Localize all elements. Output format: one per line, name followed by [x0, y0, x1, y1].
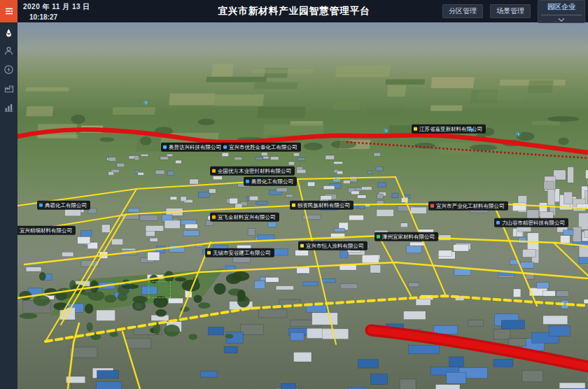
- vehicle-marker-icon[interactable]: ✈: [143, 99, 150, 107]
- company-label-text: 奥普达兴科技有限公司: [169, 144, 221, 150]
- zone-management-button[interactable]: 分区管理: [442, 4, 483, 18]
- vehicle-marker-icon[interactable]: ✈: [333, 176, 340, 184]
- map-company-label[interactable]: 宜兴市优胜金泰化工有限公司: [221, 143, 301, 152]
- park-enterprises-dropdown[interactable]: 园区企业: [538, 0, 585, 23]
- vehicle-marker-icon[interactable]: ✈: [383, 127, 390, 135]
- company-marker-icon: [496, 221, 500, 225]
- power-icon: [4, 65, 13, 74]
- company-label-text: 独资民族材料有限公司: [298, 202, 350, 208]
- map-company-label[interactable]: 奥普达兴科技有限公司: [161, 143, 225, 152]
- vehicle-marker-icon[interactable]: ✈: [515, 130, 522, 139]
- divider: [541, 15, 582, 15]
- selection-box: [148, 281, 171, 298]
- map-company-label[interactable]: 宜兴市恒人涂料有限公司: [298, 241, 368, 250]
- map-company-label[interactable]: 奥普化工有限公司: [244, 177, 297, 186]
- map-company-label[interactable]: 潭州宜家材料有限公司: [374, 232, 438, 241]
- company-label-text: 全国优方木业密封材料有限公司: [218, 168, 291, 174]
- map-company-label[interactable]: 力山谷市精密科技有限公司: [494, 218, 568, 227]
- map-company-label[interactable]: 宜兴市产业化工材料有限公司: [428, 201, 508, 211]
- chevron-down-icon: [558, 18, 565, 22]
- company-label-text: 奥普化工有限公司: [251, 178, 293, 184]
- sidebar-item-menu[interactable]: [0, 0, 18, 22]
- company-marker-icon: [223, 146, 227, 149]
- company-label-text: 无锡市安谷建工有限公司: [213, 250, 271, 255]
- app-window: 2020 年 11 月 13 日 10:18:27 宜兴市新材料产业园智慧管理平…: [0, 0, 588, 389]
- header-bar: 2020 年 11 月 13 日 10:18:27 宜兴市新材料产业园智慧管理平…: [0, 0, 588, 22]
- company-marker-icon: [212, 215, 216, 219]
- factory-icon: [4, 84, 14, 93]
- company-label-text: 典霸化工有限公司: [45, 202, 87, 208]
- map-company-label[interactable]: 宜飞金材料宜兴有限公司: [210, 213, 279, 222]
- company-label-text: 宜飞金材料宜兴有限公司: [218, 214, 276, 220]
- company-label-text: 宜兴市产业化工材料有限公司: [436, 203, 505, 208]
- sidebar-item-bar-chart[interactable]: [0, 98, 18, 117]
- user-icon: [4, 46, 13, 55]
- company-marker-icon: [377, 235, 380, 239]
- sidebar-item-flame[interactable]: [0, 22, 18, 41]
- company-marker-icon: [414, 127, 417, 131]
- company-marker-icon: [207, 251, 211, 255]
- sidebar: [0, 0, 18, 389]
- sidebar-item-power[interactable]: [0, 60, 18, 79]
- company-label-text: 宜兴市恒人涂料有限公司: [306, 243, 364, 248]
- sidebar-item-factory[interactable]: [0, 79, 18, 98]
- company-marker-icon: [292, 204, 295, 207]
- company-marker-icon: [212, 169, 216, 173]
- company-marker-icon: [300, 244, 304, 248]
- map-overlay: 奥普达兴科技有限公司宜兴市优胜金泰化工有限公司江苏省嘉亚新材料有限公司全国优方木…: [18, 22, 588, 389]
- map-company-label[interactable]: 典霸化工有限公司: [37, 201, 90, 210]
- map-3d-view[interactable]: 奥普达兴科技有限公司宜兴市优胜金泰化工有限公司江苏省嘉亚新材料有限公司全国优方木…: [18, 22, 588, 389]
- company-label-text: 宜兴精细材料有限公司: [20, 227, 72, 233]
- map-company-label[interactable]: 独资民族材料有限公司: [290, 201, 354, 210]
- map-company-label[interactable]: 宜兴精细材料有限公司: [18, 226, 76, 235]
- company-label-text: 力山谷市精密科技有限公司: [502, 220, 565, 225]
- flame-icon: [4, 27, 13, 37]
- company-marker-icon: [163, 146, 167, 149]
- map-company-label[interactable]: 无锡市安谷建工有限公司: [205, 248, 274, 257]
- bar-chart-icon: [4, 103, 13, 112]
- company-label-text: 宜兴市优胜金泰化工有限公司: [229, 144, 298, 150]
- company-marker-icon: [39, 204, 43, 207]
- company-marker-icon: [246, 180, 249, 183]
- dropdown-label: 园区企业: [547, 2, 575, 12]
- company-label-text: 潭州宜家材料有限公司: [382, 234, 435, 239]
- menu-icon: [4, 6, 14, 16]
- header-actions: 分区管理 场景管理 园区企业: [442, 0, 585, 22]
- sidebar-item-user[interactable]: [0, 41, 18, 60]
- company-marker-icon: [430, 204, 434, 208]
- scene-management-button[interactable]: 场景管理: [490, 4, 531, 18]
- map-company-label[interactable]: 全国优方木业密封材料有限公司: [210, 167, 295, 176]
